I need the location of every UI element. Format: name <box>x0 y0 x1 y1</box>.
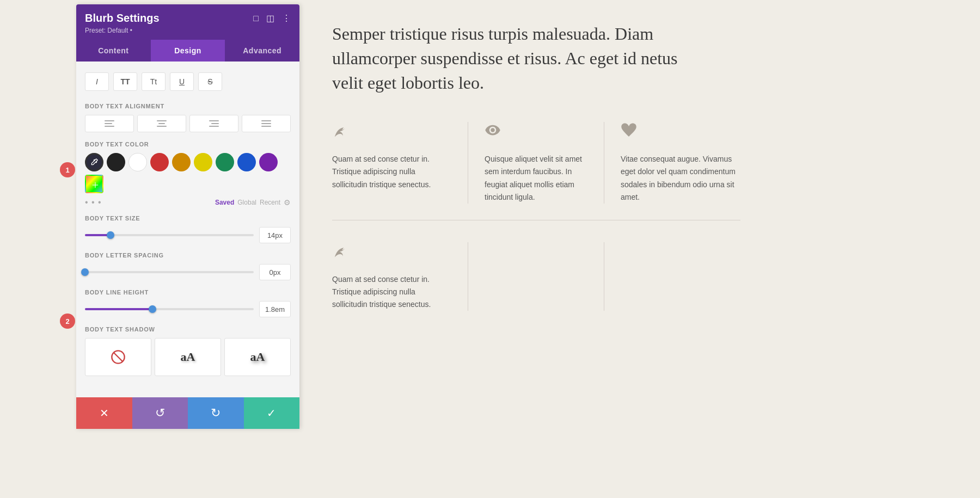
color-custom[interactable] <box>85 175 103 193</box>
color-purple[interactable] <box>259 153 278 171</box>
blurb-icon-1 <box>332 122 451 142</box>
body-line-height-slider-row: 1.8em <box>85 301 291 317</box>
hero-text: Semper tristique risus turpis malesuada.… <box>332 22 702 95</box>
align-center-button[interactable] <box>137 115 186 132</box>
body-text-color-label: Body Text Color <box>85 141 291 147</box>
color-blue[interactable] <box>237 153 256 171</box>
capitalize-button[interactable]: Tt <box>142 72 166 91</box>
alignment-row <box>85 115 291 132</box>
color-tab-recent[interactable]: Recent <box>260 199 280 206</box>
body-line-height-label: Body Line Height <box>85 289 291 296</box>
panel-header: Blurb Settings □ ◫ ⋮ Preset: Default • <box>76 4 299 40</box>
body-text-size-slider[interactable] <box>85 234 254 236</box>
format-buttons-row: I TT Tt U S <box>85 69 291 94</box>
body-letter-spacing-label: Body Letter Spacing <box>85 252 291 259</box>
panel-header-icons: □ ◫ ⋮ <box>253 13 291 23</box>
body-text-shadow-label: Body Text Shadow <box>85 326 291 333</box>
color-yellow[interactable] <box>194 153 212 171</box>
panel-title: Blurb Settings <box>85 12 160 24</box>
blurb-icon-4 <box>332 242 451 262</box>
fullscreen-icon[interactable]: □ <box>253 14 259 23</box>
body-letter-spacing-section: Body Letter Spacing 0px <box>85 252 291 280</box>
step-1-indicator: 1 <box>60 162 75 177</box>
redo-button[interactable]: ↻ <box>188 397 244 429</box>
color-swatches-row <box>85 153 291 193</box>
panel-body: I TT Tt U S Body Text Alignment <box>76 62 299 397</box>
align-right-button[interactable] <box>189 115 238 132</box>
body-text-size-label: Body Text Size <box>85 215 291 222</box>
body-text-size-slider-row: 14px <box>85 227 291 243</box>
body-line-height-value[interactable]: 1.8em <box>259 301 291 317</box>
content-area: Semper tristique risus turpis malesuada.… <box>299 0 980 498</box>
color-red[interactable] <box>150 153 169 171</box>
blurb-grid-row1: Quam at sed conse ctetur in. Tristique a… <box>332 122 740 203</box>
body-letter-spacing-value[interactable]: 0px <box>259 264 291 280</box>
svg-line-3 <box>114 353 122 361</box>
tab-content[interactable]: Content <box>76 40 151 62</box>
align-left-button[interactable] <box>85 115 134 132</box>
body-text-size-value[interactable]: 14px <box>259 227 291 243</box>
blurb-icon-3 <box>621 122 740 142</box>
body-line-height-section: Body Line Height 1.8em <box>85 289 291 317</box>
strikethrough-button[interactable]: S <box>198 72 222 91</box>
body-letter-spacing-slider-row: 0px <box>85 264 291 280</box>
blurb-grid-row2: Quam at sed conse ctetur in. Tristique a… <box>332 242 740 311</box>
panel-title-row: Blurb Settings □ ◫ ⋮ <box>85 12 291 24</box>
save-button[interactable]: ✓ <box>244 397 300 429</box>
step-2-indicator: 2 <box>60 313 75 329</box>
blurb-col-2: Quisque aliquet velit sit amet sem inter… <box>468 122 604 203</box>
more-dots-button[interactable]: • • • <box>85 198 102 207</box>
grid-icon[interactable]: ◫ <box>266 13 274 23</box>
color-black[interactable] <box>107 153 125 171</box>
more-options-icon[interactable]: ⋮ <box>282 13 291 23</box>
color-white[interactable] <box>128 153 147 171</box>
tab-design[interactable]: Design <box>151 40 225 62</box>
blurb-col-5 <box>468 242 604 311</box>
eyedropper-button[interactable] <box>85 153 103 171</box>
italic-button[interactable]: I <box>85 72 109 91</box>
color-orange[interactable] <box>172 153 191 171</box>
underline-button[interactable]: U <box>170 72 194 91</box>
shadow-options-row: aA aA <box>85 338 291 376</box>
blurb-text-2: Quisque aliquet velit sit amet sem inter… <box>485 153 587 203</box>
blurb-col-3: Vitae consequat augue. Vivamus eget dolo… <box>604 122 740 203</box>
tab-advanced[interactable]: Advanced <box>225 40 299 62</box>
color-tabs-row: • • • Saved Global Recent ⚙ <box>85 198 291 207</box>
blurb-text-4: Quam at sed conse ctetur in. Tristique a… <box>332 273 451 311</box>
blurb-col-1: Quam at sed conse ctetur in. Tristique a… <box>332 122 468 203</box>
color-tab-global[interactable]: Global <box>237 199 256 206</box>
uppercase-button[interactable]: TT <box>113 72 137 91</box>
align-justify-button[interactable] <box>242 115 291 132</box>
blurb-settings-panel: Blurb Settings □ ◫ ⋮ Preset: Default • C… <box>76 4 299 429</box>
blurb-text-1: Quam at sed conse ctetur in. Tristique a… <box>332 153 451 190</box>
blurb-col-4: Quam at sed conse ctetur in. Tristique a… <box>332 242 468 311</box>
blurb-text-3: Vitae consequat augue. Vivamus eget dolo… <box>621 153 740 203</box>
cancel-button[interactable]: ✕ <box>76 397 132 429</box>
body-text-shadow-section: Body Text Shadow aA aA <box>85 326 291 376</box>
color-tab-saved[interactable]: Saved <box>215 199 234 206</box>
shadow-light-button[interactable]: aA <box>155 338 221 376</box>
body-text-color-section: Body Text Color <box>85 141 291 207</box>
reset-button[interactable]: ↺ <box>132 397 188 429</box>
blurb-divider <box>332 220 740 220</box>
body-text-alignment-label: Body Text Alignment <box>85 103 291 109</box>
blurb-col-6 <box>604 242 740 311</box>
shadow-none-button[interactable] <box>85 338 151 376</box>
body-text-size-section: Body Text Size 14px <box>85 215 291 243</box>
bottom-bar: ✕ ↺ ↻ ✓ <box>76 397 299 429</box>
preset-label[interactable]: Preset: Default • <box>85 27 291 34</box>
body-letter-spacing-slider[interactable] <box>85 271 254 273</box>
blurb-icon-2 <box>485 122 587 142</box>
body-line-height-slider[interactable] <box>85 308 254 310</box>
shadow-strong-button[interactable]: aA <box>224 338 291 376</box>
settings-tabs: Content Design Advanced <box>76 40 299 62</box>
color-green[interactable] <box>216 153 234 171</box>
color-settings-icon[interactable]: ⚙ <box>284 198 291 207</box>
